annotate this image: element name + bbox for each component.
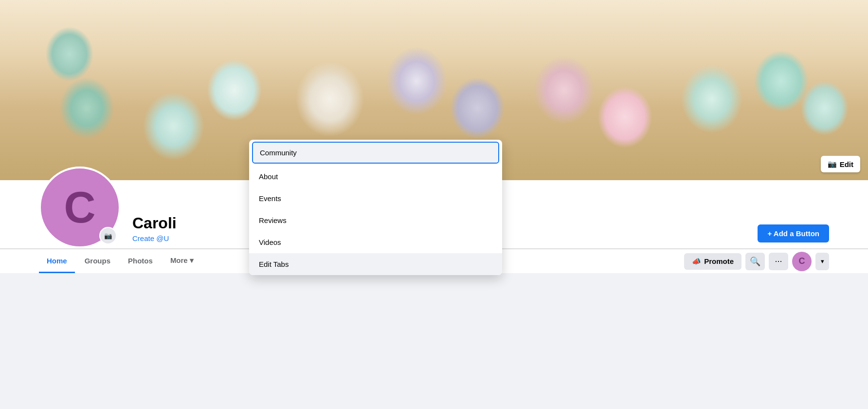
user-avatar-small[interactable]: C (792, 252, 812, 271)
tab-groups[interactable]: Groups (77, 250, 118, 273)
dropdown-item-videos[interactable]: Videos (249, 231, 502, 253)
page-wrapper: 📷 Edit C 📷 Caroli Create @U + Add (0, 0, 868, 409)
dropdown-item-edit-tabs[interactable]: Edit Tabs (249, 253, 502, 275)
avatar-letter: C (64, 183, 96, 233)
tab-more[interactable]: More ▾ (163, 249, 201, 273)
promote-label: Promote (704, 257, 734, 265)
avatar-camera-icon: 📷 (104, 232, 112, 240)
profile-actions: + Add a Button (758, 224, 829, 248)
tab-home[interactable]: Home (39, 250, 75, 273)
content-area (0, 273, 868, 322)
dropdown-menu: Community About Events Reviews Videos Ed… (249, 140, 502, 275)
tab-photos[interactable]: Photos (120, 250, 161, 273)
promote-icon: 📣 (692, 257, 701, 266)
add-a-button-button[interactable]: + Add a Button (758, 224, 829, 242)
change-avatar-button[interactable]: 📷 (99, 227, 117, 244)
chevron-down-icon: ▾ (821, 258, 824, 265)
user-avatar-letter: C (799, 256, 805, 266)
ellipsis-icon: ··· (775, 256, 782, 266)
user-menu-chevron[interactable]: ▾ (815, 253, 829, 270)
dropdown-item-events[interactable]: Events (249, 187, 502, 209)
edit-cover-button[interactable]: 📷 Edit (821, 156, 860, 172)
avatar-wrap: C 📷 (39, 167, 121, 248)
more-options-button[interactable]: ··· (769, 253, 788, 270)
search-icon: 🔍 (750, 256, 760, 267)
camera-icon: 📷 (828, 160, 837, 168)
dropdown-item-about[interactable]: About (249, 166, 502, 187)
edit-cover-label: Edit (840, 160, 853, 168)
dropdown-item-reviews[interactable]: Reviews (249, 209, 502, 231)
nav-actions: 📣 Promote 🔍 ··· C ▾ (684, 252, 829, 271)
dropdown-item-community[interactable]: Community (252, 142, 499, 164)
search-button[interactable]: 🔍 (745, 253, 765, 270)
promote-button[interactable]: 📣 Promote (684, 253, 741, 270)
